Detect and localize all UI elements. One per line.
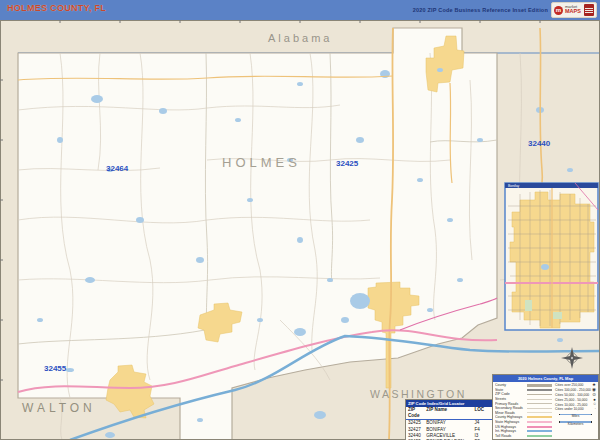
logo-wordmark: market MAPS <box>565 5 581 15</box>
zip-label-32440: 32440 <box>528 139 551 148</box>
walton-label: WALTON <box>22 401 96 415</box>
map-legend: 2020 Holmes County, FL Map County State … <box>492 374 599 440</box>
city-symbol-icon: · <box>595 407 597 412</box>
line-sample <box>527 408 552 409</box>
page-title: HOLMES COUNTY, FL <box>7 3 106 13</box>
zip-label-32425: 32425 <box>336 159 359 168</box>
logo-compass-icon: m <box>554 6 563 15</box>
line-sample <box>527 399 552 400</box>
legend-line-column: County State ZIP Code Streets Primary Ro… <box>495 383 552 438</box>
line-sample <box>527 389 552 391</box>
legend-city-item: Cities 100,000 - 250,000◉ <box>555 388 596 393</box>
header-bar: HOLMES COUNTY, FL 2020 ZIP Code Business… <box>0 0 600 20</box>
logo-word-main: MAPS <box>565 9 581 15</box>
zip-index-title: ZIP Code Index/Grid Locator <box>406 400 493 407</box>
scale-bar-kilometers: Kilometers <box>555 421 596 426</box>
line-sample <box>527 435 552 437</box>
logo-badge-icon <box>584 4 594 16</box>
edition-subtitle: 2020 ZIP Code Business Reference Inset E… <box>413 7 548 13</box>
line-sample <box>527 394 552 396</box>
legend-city-item: Cities under 10,000· <box>555 407 596 412</box>
zip-index-table: ZIP Code Index/Grid Locator ZIP Code ZIP… <box>405 399 494 440</box>
map-sheet: HOLMES COUNTY, FL 2020 ZIP Code Business… <box>0 0 600 440</box>
col-zip-name: ZIP Name <box>426 407 474 419</box>
col-zip-code: ZIP Code <box>408 407 426 419</box>
zip-label-32455: 32455 <box>44 364 67 373</box>
marketmaps-logo: m market MAPS <box>551 2 597 18</box>
bonifay-inset-map: Bonifay <box>505 183 598 330</box>
line-sample <box>527 421 552 423</box>
line-sample <box>527 403 552 404</box>
line-sample <box>527 430 552 432</box>
zip-index-header-row: ZIP Code ZIP Name LOC <box>406 407 493 420</box>
legend-title: 2020 Holmes County, FL Map <box>493 375 598 382</box>
legend-city-column: Cities over 250,000★ Cities 100,000 - 25… <box>555 383 596 438</box>
alabama-label: Alabama <box>268 32 332 44</box>
holmes-label: HOLMES <box>222 155 301 170</box>
legend-item: Toll Roads <box>495 434 552 439</box>
map-canvas: Alabama HOLMES WALTON WASHINGTON 32464 3… <box>0 20 600 440</box>
line-sample <box>527 416 552 418</box>
line-sample <box>527 412 552 413</box>
scale-bar-miles: Miles <box>555 414 596 419</box>
inset-title: Bonifay <box>508 184 520 188</box>
line-sample <box>527 426 552 428</box>
line-sample <box>527 384 552 387</box>
col-loc: LOC <box>474 407 491 419</box>
zip-label-32464: 32464 <box>106 164 129 173</box>
